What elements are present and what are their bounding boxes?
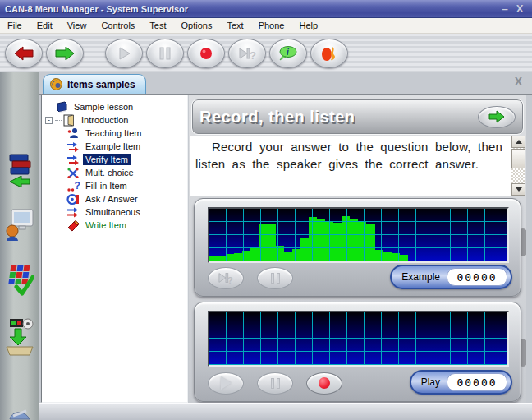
minimize-button[interactable]: – [498,2,512,15]
collapse-expander[interactable]: - [45,117,53,124]
window-title: CAN-8 Menu Manager - System Supervisor [5,4,498,14]
tree-item-verify[interactable]: Verify Item [42,153,187,166]
menu-test[interactable]: Test [142,19,173,32]
scroll-thumb[interactable] [511,149,525,168]
example-skip-question-button: ? [208,267,244,289]
record-button-toolbar[interactable] [187,39,225,68]
open-door-icon [62,114,76,127]
eraser-icon [66,219,80,232]
back-red-arrow-icon [13,45,34,62]
skip-question-icon: ? [237,45,257,62]
menu-help[interactable]: Help [291,19,325,32]
media-import-icon[interactable] [5,317,34,350]
teaching-person-icon [66,127,80,140]
pause-icon [271,273,280,284]
forward-green-arrow-icon [54,45,76,62]
items-samples-window: Items samples X Sample lesson - Introduc… [39,72,532,420]
multi-dots-icon [66,167,80,179]
item-title: Record, then listen [200,108,478,127]
info-button[interactable]: i [269,39,307,68]
tree-item-write[interactable]: Write Item [42,219,187,232]
inner-close-button[interactable]: X [515,75,522,88]
main-toolbar: ? i [0,34,532,72]
lesson-tree: Sample lesson - Introduction Teaching It… [41,95,188,403]
play-counter: Play 00000 [410,370,512,395]
example-counter: Example 00000 [390,265,512,289]
back-button[interactable] [5,39,43,68]
tree-item-ask-answer[interactable]: Ask / Answer [42,192,187,205]
scroll-down-button[interactable] [511,183,525,196]
student-record-button[interactable] [306,372,342,395]
tool-partial-icon[interactable] [5,391,34,420]
bottom-strip [39,403,532,420]
green-right-arrow-icon [488,110,506,123]
menu-options[interactable]: Options [174,19,220,32]
play-label: Play [421,376,440,388]
up-arrow-icon [516,140,522,144]
play-counter-value: 00000 [447,373,507,391]
svg-text:?: ? [227,275,233,285]
tab-items-samples[interactable]: Items samples [43,74,146,94]
pause-icon [271,378,280,389]
left-sidebar [0,72,39,420]
blue-red-arrows-icon [66,154,80,166]
student-recorder-panel: Play 00000 [194,302,521,402]
lesson-panel: Record, then listen Record your answer t… [189,95,526,403]
example-waveform-bars [209,209,507,261]
menu-view[interactable]: View [60,19,94,32]
lesson-books-icon[interactable] [5,151,34,184]
scroll-up-button[interactable] [511,136,525,148]
down-arrow-icon [516,187,522,192]
planner-grid-icon[interactable] [5,262,34,295]
globe-icon [50,78,62,90]
skip-question-button-toolbar: ? [228,39,266,68]
content-body: Sample lesson - Introduction Teaching It… [39,94,532,403]
svg-text:?: ? [75,180,80,192]
instruction-text: Record your answer to the question below… [190,136,525,173]
text-scrollbar[interactable] [511,136,525,196]
tab-label: Items samples [67,79,135,90]
double-arrows-icon [66,206,80,219]
play-icon [116,45,132,62]
example-label: Example [401,271,440,283]
blue-red-arrows-icon [66,141,80,153]
pause-button-toolbar [146,39,184,68]
close-button[interactable]: X [512,2,527,15]
instruction-text-area: Record your answer to the question below… [190,136,525,196]
student-waveform-bars [209,312,507,365]
menu-controls[interactable]: Controls [94,19,142,32]
sound-button[interactable] [310,39,348,68]
student-waveform-display [208,311,509,367]
tree-item-example[interactable]: Example Item [42,140,187,153]
tree-item-teaching[interactable]: Teaching Item [42,127,187,140]
student-pause-button [257,372,293,395]
tree-item-sample-lesson[interactable]: Sample lesson [42,100,187,113]
student-play-button [208,372,244,395]
item-header: Record, then listen [192,99,523,134]
svg-text:?: ? [250,49,256,62]
pause-icon [158,46,172,61]
title-bar: CAN-8 Menu Manager - System Supervisor –… [0,0,532,18]
menu-bar: File Edit View Controls Test Options Tex… [0,18,532,34]
next-item-button[interactable] [478,106,516,128]
record-icon [199,46,213,61]
play-icon [221,376,232,390]
tree-item-mult-choice[interactable]: Mult. choice [42,166,187,179]
menu-edit[interactable]: Edit [30,19,60,32]
tree-item-simultaneous[interactable]: Simultaneous [42,205,187,219]
tree-item-introduction[interactable]: - Introduction [42,113,187,127]
menu-text[interactable]: Text [219,19,250,32]
forward-button[interactable] [46,39,84,68]
workstation-icon[interactable] [5,206,34,239]
menu-file[interactable]: File [0,19,30,32]
skip-question-icon: ? [217,270,235,285]
ask-answer-icon [66,193,80,205]
tree-item-fill-in[interactable]: ? Fill-in Item [42,179,187,192]
app-window: CAN-8 Menu Manager - System Supervisor –… [0,0,532,420]
example-counter-value: 00000 [447,268,507,286]
dots-question-icon: ? [66,180,80,192]
menu-phone[interactable]: Phone [251,19,292,32]
example-player-panel: ? Example 00000 [194,198,521,297]
info-bubble-icon: i [277,45,299,62]
sound-flame-icon [319,44,339,62]
